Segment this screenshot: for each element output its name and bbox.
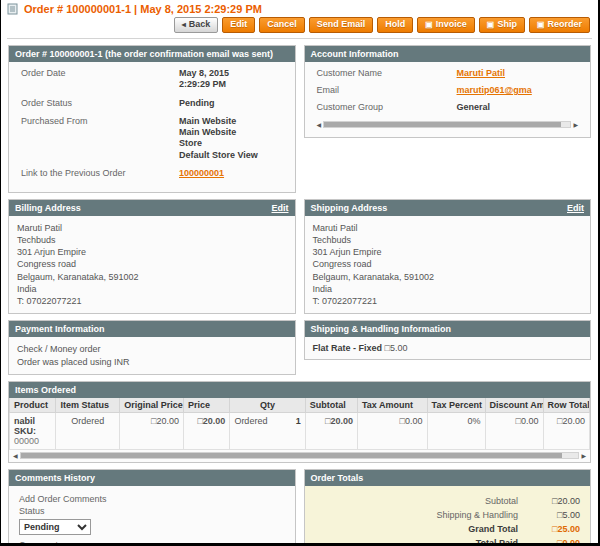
purchased-from-line: Main Website (179, 116, 259, 127)
item-price-cell: □20.00 (183, 413, 229, 450)
billing-address-panel: Billing Address Edit Maruti Patil Techbu… (8, 199, 296, 314)
send-email-button[interactable]: Send Email (309, 17, 374, 33)
grand-total-row: Grand Total □25.00 (315, 522, 581, 536)
items-table: Product Item Status Original Price Price… (9, 398, 590, 450)
invoice-button-label: Invoice (436, 20, 467, 29)
item-row-total-cell: □20.00 (543, 413, 589, 450)
scrollbar-thumb[interactable] (324, 122, 560, 127)
total-paid-value: □0.00 (518, 538, 580, 546)
billing-line: India (17, 283, 287, 295)
scrollbar-track[interactable] (20, 452, 580, 459)
edit-button[interactable]: Edit (222, 17, 255, 33)
comments-history-body: Add Order Comments Status Pending Commen… (9, 486, 295, 546)
previous-order-link[interactable]: 100000001 (179, 168, 224, 178)
order-page-icon (7, 3, 20, 15)
purchased-from-row: Purchased From Main Website Main Website… (21, 116, 287, 161)
shipping-method-name: Flat Rate - Fixed (313, 343, 383, 353)
items-header-row: Product Item Status Original Price Price… (10, 398, 590, 413)
hold-button[interactable]: Hold (377, 17, 413, 33)
order-info-body: Order Date May 8, 2015 2:29:29 PM Order … (9, 62, 295, 192)
comments-history-title: Comments History (15, 473, 95, 483)
item-discount-cell: □0.00 (485, 413, 543, 450)
comment-status-select[interactable]: Pending (19, 519, 91, 535)
page-icon: ▣ (487, 21, 495, 29)
add-order-comments-label: Add Order Comments (19, 494, 287, 504)
ship-button[interactable]: ▣ Ship (479, 17, 525, 33)
payment-method-text: Check / Money order (17, 343, 287, 356)
billing-line: Maruti Patil (17, 222, 287, 234)
shipping-address-body: Maruti Patil Techbuds 301 Arjun Empire C… (305, 216, 591, 313)
total-paid-row: Total Paid □0.00 (315, 536, 581, 546)
purchased-from-line: Default Store View (179, 150, 259, 161)
scroll-left-icon[interactable]: ◀ (317, 122, 322, 128)
col-tax-amount: Tax Amount (357, 398, 427, 413)
cancel-button[interactable]: Cancel (259, 17, 305, 33)
order-date-row: Order Date May 8, 2015 2:29:29 PM (21, 68, 287, 91)
page-title: Order # 100000001-1 | May 8, 2015 2:29:2… (7, 3, 592, 15)
comments-history-header: Comments History (9, 470, 295, 486)
page-icon: ▣ (537, 21, 545, 29)
col-product: Product (10, 398, 56, 413)
billing-line: T: 07022077221 (17, 295, 287, 307)
payment-info-panel: Payment Information Check / Money order … (8, 320, 296, 375)
payment-info-body: Check / Money order Order was placed usi… (9, 337, 295, 374)
shipping-edit-link[interactable]: Edit (567, 203, 584, 213)
col-subtotal: Subtotal (305, 398, 357, 413)
order-info-header: Order # 100000001-1 (the order confirmat… (9, 46, 295, 62)
purchased-from-value: Main Website Main Website Store Default … (179, 116, 259, 161)
subtotal-value: □20.00 (518, 496, 580, 506)
shipping-address-header: Shipping Address Edit (305, 200, 591, 216)
billing-address-header: Billing Address Edit (9, 200, 295, 216)
comments-history-panel: Comments History Add Order Comments Stat… (8, 469, 296, 546)
scroll-left-icon[interactable]: ◀ (13, 453, 18, 459)
order-status-label: Order Status (21, 98, 179, 109)
main-content: Order # 100000001-1 (the order confirmat… (1, 39, 598, 546)
total-paid-label: Total Paid (476, 538, 518, 546)
reorder-button[interactable]: ▣ Reorder (529, 17, 590, 33)
back-arrow-icon: ◂ (182, 21, 186, 29)
items-scrollbar[interactable]: ◀ ▶ (9, 450, 590, 462)
col-discount-amount: Discount Amount (485, 398, 543, 413)
item-product-name: nabil (14, 416, 51, 426)
back-button[interactable]: ◂ Back (174, 17, 219, 33)
subtotal-label: Subtotal (485, 496, 518, 506)
back-button-label: Back (189, 20, 211, 29)
shipping-line: Congress road (313, 258, 583, 270)
previous-order-value: 100000001 (179, 168, 259, 179)
customer-name-label: Customer Name (317, 68, 457, 78)
col-item-status: Item Status (56, 398, 120, 413)
invoice-button[interactable]: ▣ Invoice (417, 17, 475, 33)
account-info-title: Account Information (311, 49, 399, 59)
order-status-value: Pending (179, 98, 259, 109)
customer-email-row: Email marutip061@gma (317, 85, 583, 95)
scroll-right-icon[interactable]: ▶ (573, 122, 578, 128)
customer-email-label: Email (317, 85, 457, 95)
reorder-button-label: Reorder (547, 20, 582, 29)
col-qty: Qty (230, 398, 305, 413)
scrollbar-thumb[interactable] (21, 453, 562, 458)
billing-edit-link[interactable]: Edit (272, 203, 289, 213)
order-totals-title: Order Totals (311, 473, 364, 483)
billing-address-title: Billing Address (15, 203, 81, 213)
purchased-from-line: Main Website Store (179, 127, 259, 150)
customer-email-link[interactable]: marutip061@gma (457, 85, 532, 95)
previous-order-row: Link to the Previous Order 100000001 (21, 168, 287, 179)
billing-line: Belgaum, Karanataka, 591002 (17, 271, 287, 283)
col-row-total: Row Total (543, 398, 589, 413)
customer-name-link[interactable]: Maruti Patil (457, 68, 506, 78)
order-totals-panel: Order Totals Subtotal □20.00 Shipping & … (304, 469, 592, 546)
customer-group-label: Customer Group (317, 102, 457, 112)
scrollbar-track[interactable] (323, 121, 571, 128)
customer-group-value: General (457, 102, 583, 112)
grand-total-label: Grand Total (468, 524, 518, 534)
shipping-address-panel: Shipping Address Edit Maruti Patil Techb… (304, 199, 592, 314)
grand-total-value: □25.00 (518, 524, 580, 534)
shipping-method-title: Shipping & Handling Information (311, 324, 451, 334)
scroll-right-icon[interactable]: ▶ (581, 453, 586, 459)
account-scrollbar[interactable]: ◀ ▶ (313, 119, 583, 131)
item-original-price-cell: □20.00 (120, 413, 184, 450)
billing-address-body: Maruti Patil Techbuds 301 Arjun Empire C… (9, 216, 295, 313)
shipping-line: India (313, 283, 583, 295)
item-tax-amount-cell: □0.00 (357, 413, 427, 450)
order-toolbar: ◂ Back Edit Cancel Send Email Hold ▣ Inv… (7, 15, 592, 37)
